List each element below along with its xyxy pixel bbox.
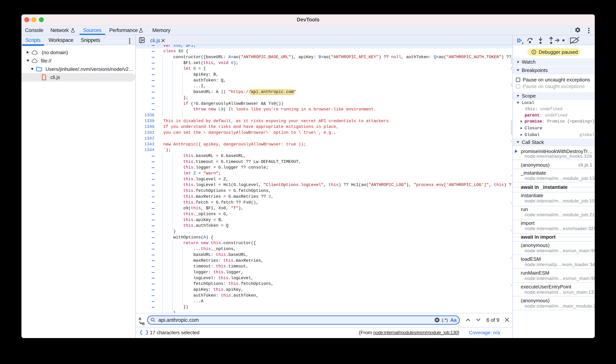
svg-text:A: A: [139, 317, 141, 321]
svg-text:B: B: [142, 322, 145, 326]
